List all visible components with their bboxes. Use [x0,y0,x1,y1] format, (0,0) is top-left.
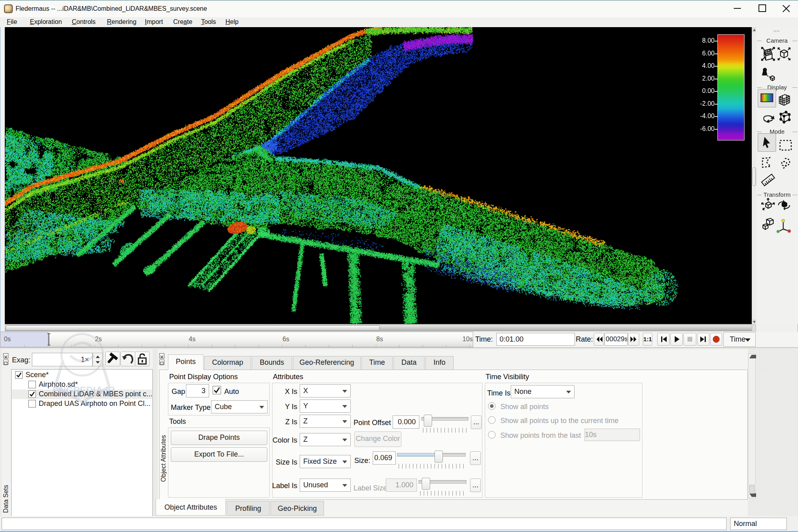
label-is-dropdown[interactable]: Unused [300,479,351,492]
bottom-tab-object-attributes[interactable]: Object Attributes [156,499,226,516]
bottom-tab-profiling[interactable]: Profiling [227,501,270,516]
z-is-dropdown[interactable]: Z [300,415,351,428]
menu-item-controls[interactable]: Controls [72,18,96,26]
tree-checkbox[interactable] [28,390,36,398]
stop-button[interactable] [683,333,696,346]
size-slider[interactable] [397,451,466,469]
size-more-button[interactable]: ... [470,451,481,465]
menu-item-tools[interactable]: Tools [201,18,216,26]
panel-close-icon[interactable] [159,353,164,358]
rotate-cube-button[interactable] [775,196,793,214]
menu-item-exploration[interactable]: Exploration [30,18,62,26]
cursor-arrow-button[interactable] [758,133,776,152]
panel-float-icon[interactable] [3,360,8,365]
skip-start-button[interactable] [657,333,670,346]
dock-splitter[interactable] [153,349,158,517]
size-is-dropdown[interactable]: Fixed Size [300,455,351,468]
tab-info[interactable]: Info [425,356,454,370]
label-size-more-button[interactable]: ... [470,479,481,492]
translate-cube-button[interactable] [759,196,777,214]
time-is-dropdown[interactable]: None [511,385,575,398]
maximize-button[interactable] [751,1,774,17]
viewport-horizontal-scrollbar[interactable] [5,324,752,331]
tree-row[interactable]: Combined LiDAR & MBES point c... [12,390,152,399]
wireframe-grid-button[interactable] [775,91,793,109]
auto-checkbox[interactable] [213,386,221,394]
close-button[interactable] [774,1,798,17]
tree-checkbox[interactable] [15,371,23,379]
drape-points-button[interactable]: Drape Points [171,431,267,445]
scroll-thumb[interactable] [749,485,755,494]
gap-input[interactable]: 3 [186,384,209,398]
slider-handle[interactable] [424,415,432,427]
tree-checkbox[interactable] [28,400,36,407]
tree-row[interactable]: Draped UAS Airphoto on Point Cl... [12,399,152,409]
undo-button[interactable] [120,352,135,366]
scroll-thumb[interactable] [6,325,380,331]
panel-close-icon[interactable] [3,353,8,358]
play-button[interactable] [670,333,683,346]
point-offset-more-button[interactable]: ... [471,415,482,429]
tree-row[interactable]: Airphoto.sd* [12,380,152,390]
marker-type-dropdown[interactable]: Cube [211,400,268,413]
spin-rotation-button[interactable] [759,110,777,127]
x-is-dropdown[interactable]: X [300,384,351,398]
rate-field[interactable]: 00029s [604,333,628,346]
fit-view-button[interactable] [775,45,793,63]
menu-item-import[interactable]: Import [145,18,163,26]
exag-spinner[interactable] [93,353,103,366]
bottom-tab-geo-picking[interactable]: Geo-Picking [271,501,324,516]
lasso-select-button[interactable] [776,154,794,172]
slider-handle[interactable] [422,478,430,490]
y-is-dropdown[interactable]: Y [300,399,351,413]
skip-end-button[interactable] [697,333,709,346]
size-input[interactable]: 0.069 [373,451,396,465]
zoom-extents-button[interactable] [759,45,777,63]
panel-scrollbar[interactable] [748,354,756,498]
radio-2[interactable] [488,416,496,424]
polygon-select-button[interactable] [759,154,777,171]
panel-float-icon[interactable] [159,360,164,365]
viewport-vertical-scrollbar[interactable] [752,27,756,324]
record-button[interactable] [710,333,722,346]
menu-item-file[interactable]: File [7,18,17,26]
time-field[interactable]: 0:01.00 [496,333,575,346]
rect-select-button[interactable] [777,136,794,154]
tab-time[interactable]: Time [361,356,393,370]
tree-row[interactable]: Scene* [12,370,152,380]
minimize-button[interactable] [726,1,749,17]
menu-item-rendering[interactable]: Rendering [107,18,136,26]
export-to-file-button[interactable]: Export To File... [171,447,267,462]
radio-3[interactable] [488,431,496,439]
tab-data[interactable]: Data [393,356,425,370]
menu-item-help[interactable]: Help [225,18,239,26]
label-size-slider[interactable] [419,478,466,496]
menu-item-create[interactable]: Create [173,18,192,26]
axes-button[interactable] [775,216,793,234]
ratio-button[interactable]: 1:1 [643,333,652,346]
slider-handle[interactable] [435,451,443,463]
tab-geo-referencing[interactable]: Geo-Referencing [293,356,361,370]
radio-1[interactable] [488,402,496,410]
scale-cubes-button[interactable] [759,216,777,233]
camera-target-button[interactable] [759,65,777,83]
lock-button[interactable] [135,352,150,366]
measure-ruler-button[interactable] [759,171,777,189]
vertex-cube-button[interactable] [775,108,793,126]
fast-forward-button[interactable] [628,333,639,346]
status-input[interactable] [2,518,727,530]
time-mode-dropdown[interactable]: Time [723,332,756,347]
color-is-dropdown[interactable]: Z [300,433,351,446]
tree-checkbox[interactable] [28,381,36,388]
point-offset-slider[interactable] [421,415,468,433]
point-offset-input[interactable]: 0.000 [393,415,419,429]
tab-points[interactable]: Points [168,354,203,370]
tab-colormap[interactable]: Colormap [204,356,251,370]
scroll-thumb[interactable] [753,167,756,186]
exag-input[interactable]: 1× [32,353,93,366]
viewport-3d[interactable]: 8.006.004.002.000.00-2.00-4.00-6.00 [5,27,752,324]
build-button[interactable] [105,352,120,366]
colormap-display-button[interactable] [758,89,776,107]
tab-bounds[interactable]: Bounds [252,356,292,370]
rewind-button[interactable] [594,333,604,346]
